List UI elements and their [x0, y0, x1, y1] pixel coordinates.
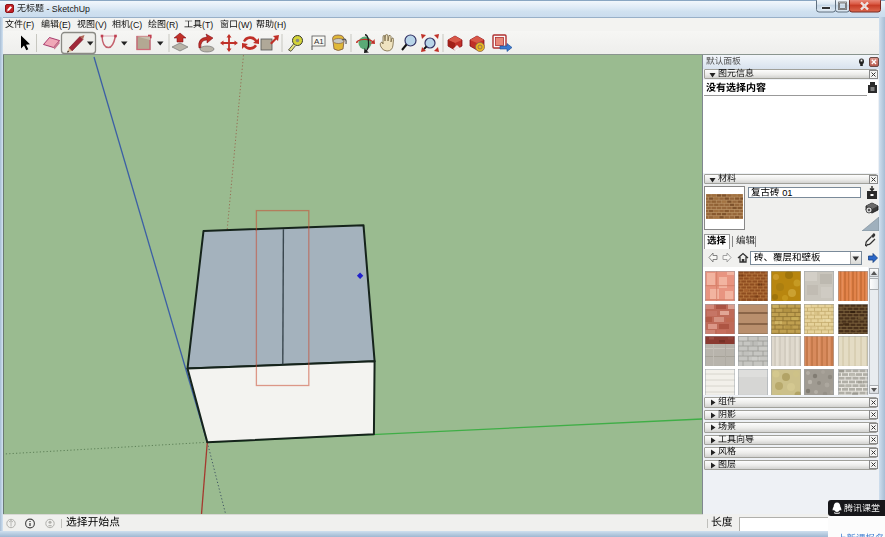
svg-text:(H): (H): [274, 20, 286, 30]
svg-text:(F): (F): [23, 20, 34, 30]
svg-text:(E): (E): [59, 20, 71, 30]
svg-text:01: 01: [782, 188, 792, 198]
svg-text:- SketchUp: - SketchUp: [47, 4, 91, 14]
svg-text:A1: A1: [314, 37, 324, 46]
svg-text:(W): (W): [238, 20, 252, 30]
svg-text:(R): (R): [166, 20, 178, 30]
svg-text:(C): (C): [130, 20, 142, 30]
svg-text:(T): (T): [202, 20, 213, 30]
svg-text:(V): (V): [95, 20, 107, 30]
